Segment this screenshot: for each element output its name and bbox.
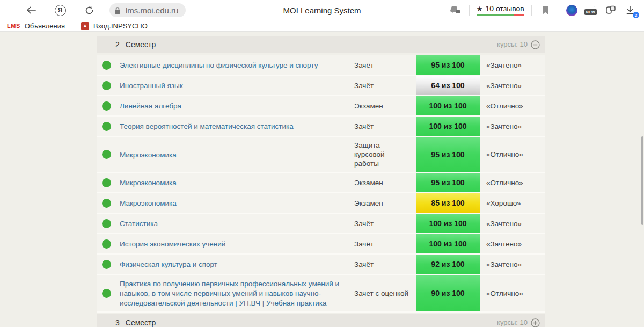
course-status-dot bbox=[102, 150, 111, 159]
course-status-dot bbox=[102, 199, 111, 208]
course-status-dot bbox=[102, 61, 111, 70]
course-link[interactable]: Элективные дисциплины по физической куль… bbox=[120, 61, 318, 69]
yandex-home-icon[interactable]: Я bbox=[54, 4, 67, 17]
browser-toolbar: Я lms.moi.edu.ru MOI Learning System ★ 1… bbox=[0, 0, 644, 20]
course-link[interactable]: Микроэкономика bbox=[120, 151, 177, 159]
table-row: Физическая культура и спорт Зачёт 92 из … bbox=[97, 255, 545, 275]
course-name-cell: Микроэкономика bbox=[120, 174, 354, 191]
grade-label: «Отлично» bbox=[480, 179, 545, 187]
course-link[interactable]: Иностранный язык bbox=[120, 82, 183, 90]
course-link[interactable]: Статистика bbox=[120, 220, 158, 228]
status-cell bbox=[97, 101, 120, 111]
address-bar[interactable]: lms.moi.edu.ru bbox=[109, 3, 186, 17]
table-row: Линейная алгебра Экзамен 100 из 100 «Отл… bbox=[97, 96, 545, 117]
status-cell bbox=[97, 239, 120, 249]
score-box: 85 из 100 bbox=[416, 193, 480, 213]
grade-label: «Зачтено» bbox=[480, 61, 545, 69]
score-box: 100 из 100 bbox=[416, 214, 480, 233]
course-link[interactable]: Линейная алгебра bbox=[120, 102, 181, 110]
semester-grades-table: 2 Семестр курсы: 10 Элективные дисциплин… bbox=[97, 36, 545, 327]
course-name-cell: История экономических учений bbox=[120, 235, 354, 252]
lock-icon bbox=[114, 6, 121, 14]
score-box: 64 из 100 bbox=[416, 76, 480, 95]
assessment-type-label: Экзамен bbox=[354, 98, 416, 114]
course-status-dot bbox=[102, 289, 111, 298]
downloads-icon[interactable]: 2 bbox=[624, 4, 636, 17]
grade-label: «Хорошо» bbox=[480, 199, 545, 207]
bookmark-icon[interactable] bbox=[539, 4, 552, 17]
collections-icon[interactable] bbox=[604, 4, 617, 17]
reviews-rating-bar bbox=[477, 14, 524, 16]
assessment-type-label: Экзамен bbox=[354, 195, 416, 212]
bookmarks-bar: LMS Объявления ▲ Вход.INPSYCHO bbox=[0, 20, 644, 32]
status-cell bbox=[97, 219, 120, 228]
semester-number: 2 bbox=[115, 40, 120, 49]
vertical-scrollbar[interactable] bbox=[641, 136, 643, 225]
score-box: 100 из 100 bbox=[416, 96, 480, 115]
table-row: История экономических учений Зачёт 100 и… bbox=[97, 234, 545, 255]
toolbar-right-icons: ★ 10 отзывов NEW bbox=[449, 4, 636, 17]
table-row: Практика по получению первичных професси… bbox=[97, 275, 545, 313]
course-status-dot bbox=[102, 122, 111, 131]
course-name-cell: Элективные дисциплины по физической куль… bbox=[120, 56, 354, 74]
rating-bar-negative bbox=[514, 14, 524, 16]
status-cell bbox=[97, 289, 120, 298]
collapse-semester-control[interactable]: курсы: 10 bbox=[497, 40, 540, 49]
collapse-minus-icon[interactable] bbox=[531, 40, 540, 49]
course-link[interactable]: Физическая культура и спорт bbox=[120, 260, 217, 268]
status-cell bbox=[97, 61, 120, 70]
extension-orb-icon[interactable] bbox=[566, 5, 577, 16]
course-status-dot bbox=[102, 101, 111, 111]
grade-label: «Отлично» bbox=[480, 150, 545, 158]
expand-semester-control[interactable]: курсы: 10 bbox=[497, 318, 540, 327]
course-link[interactable]: Микроэкономика bbox=[120, 179, 177, 187]
assessment-type-label: Зачёт bbox=[354, 118, 416, 135]
status-cell bbox=[97, 81, 120, 90]
courses-count-label: курсы: 10 bbox=[497, 40, 528, 49]
bookmark-item-inpsycho[interactable]: ▲ Вход.INPSYCHO bbox=[81, 22, 148, 30]
grade-label: «Зачтено» bbox=[480, 82, 545, 90]
bookmark-item-announcements[interactable]: LMS Объявления bbox=[7, 22, 65, 30]
course-link[interactable]: Практика по получению первичных професси… bbox=[120, 280, 339, 307]
grade-label: «Зачтено» bbox=[480, 240, 545, 248]
grade-label: «Отлично» bbox=[480, 102, 545, 110]
refresh-icon[interactable] bbox=[83, 4, 96, 17]
status-cell bbox=[97, 150, 120, 159]
reviews-count-label: 10 отзывов bbox=[485, 4, 524, 13]
inpsycho-favicon: ▲ bbox=[81, 22, 89, 30]
status-cell bbox=[97, 122, 120, 131]
course-status-dot bbox=[102, 239, 111, 249]
status-cell bbox=[97, 178, 120, 187]
assessment-type-label: Зачёт bbox=[354, 57, 416, 74]
protect-icon[interactable] bbox=[449, 4, 462, 17]
toolbar-divider bbox=[559, 5, 559, 16]
back-icon[interactable] bbox=[25, 4, 38, 17]
course-name-cell: Микроэкономика bbox=[120, 146, 354, 163]
score-box: 90 из 100 bbox=[416, 275, 480, 311]
course-name-cell: Иностранный язык bbox=[120, 77, 354, 94]
score-box: 100 из 100 bbox=[416, 234, 480, 253]
assessment-type-label: Зачёт bbox=[354, 215, 416, 232]
status-cell bbox=[97, 260, 120, 269]
page-content: 2 Семестр курсы: 10 Элективные дисциплин… bbox=[0, 32, 644, 326]
expand-plus-icon[interactable] bbox=[531, 318, 540, 327]
course-name-cell: Линейная алгебра bbox=[120, 97, 354, 114]
score-box: 95 из 100 bbox=[416, 173, 480, 192]
course-status-dot bbox=[102, 81, 111, 90]
lms-favicon: LMS bbox=[7, 23, 20, 29]
course-link[interactable]: Макроэкономика bbox=[120, 199, 177, 207]
course-link[interactable]: История экономических учений bbox=[120, 240, 225, 248]
browser-window: Я lms.moi.edu.ru MOI Learning System ★ 1… bbox=[0, 0, 644, 327]
semester-number: 3 bbox=[115, 318, 120, 327]
table-row: Теория вероятностей и математическая ста… bbox=[97, 117, 545, 137]
new-extension-icon[interactable]: NEW bbox=[584, 6, 597, 15]
score-box: 92 из 100 bbox=[416, 255, 480, 274]
site-reviews-button[interactable]: ★ 10 отзывов bbox=[477, 4, 524, 16]
url-text: lms.moi.edu.ru bbox=[126, 6, 178, 15]
star-icon: ★ bbox=[477, 5, 483, 13]
course-status-dot bbox=[102, 178, 111, 187]
score-box: 100 из 100 bbox=[416, 117, 480, 136]
nav-group: Я bbox=[25, 4, 96, 17]
score-box: 95 из 100 bbox=[416, 137, 480, 172]
course-link[interactable]: Теория вероятностей и математическая ста… bbox=[120, 122, 294, 130]
